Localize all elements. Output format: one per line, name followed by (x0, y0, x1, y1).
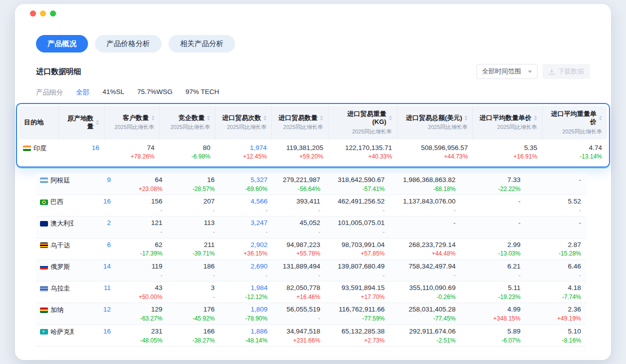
trade-count-link[interactable]: 3,247 (224, 219, 268, 228)
column-header-trade-weight[interactable]: 进口贸易重量(KG)2025同比增长率 (328, 106, 398, 140)
column-header-competitor-count[interactable]: 竞企数量2025同比增长率 (160, 106, 216, 140)
origin-count-link[interactable]: 16 (64, 144, 100, 152)
table-row-russia[interactable]: 俄罗斯14119-186-2,690-131,889,494-139,807,6… (36, 260, 586, 281)
filter-option-wsg[interactable]: 75.7%WSG (138, 88, 173, 97)
tab-product-price-analysis[interactable]: 产品价格分析 (95, 35, 162, 52)
trade-count-link[interactable]: 4,566 (224, 198, 268, 206)
metric-growth: -69.60% (224, 186, 268, 192)
metric-growth: - (224, 272, 268, 279)
table-row-australia[interactable]: 澳大利亚2121-113-3,247-45,052-101,005,075.01… (36, 216, 586, 238)
origin-count-cell: 16 (74, 324, 116, 346)
metric-value: 186 (172, 262, 215, 271)
table-row-brazil[interactable]: 巴西16156-207-4,566-393,411-462,491,256.52… (36, 195, 586, 216)
origin-count-link[interactable]: 16 (78, 328, 111, 336)
metric-growth: - (172, 272, 215, 279)
destination: 澳大利亚 (40, 219, 74, 228)
trade-count-link[interactable]: 1,809 (224, 306, 268, 314)
metric-cell: 2.87-15.28% (526, 238, 586, 260)
metric-growth: -45.92% (172, 315, 215, 322)
minimize-button[interactable] (40, 10, 46, 16)
filter-option-tech[interactable]: 97% TECH (186, 88, 219, 97)
metric-growth: +55.78% (278, 250, 320, 257)
destination-cell: 乌拉圭 (36, 282, 74, 303)
destination: 乌拉圭 (40, 284, 74, 293)
metric-value: 6.21 (466, 262, 520, 271)
column-header-trade-quantity[interactable]: 进口贸易数量2025同比增长率 (272, 106, 328, 140)
table-row-india[interactable]: 印度1674+78.26%80-6.98%1,974+12.45%119,381… (19, 140, 607, 164)
metric-value: 268,233,729.14 (394, 241, 456, 250)
tab-related-product-analysis[interactable]: 相关产品分析 (168, 35, 235, 52)
column-header-trade-count[interactable]: 进口贸易次数2025同比增长率 (216, 106, 272, 140)
filter-option-sl[interactable]: 41%SL (102, 88, 124, 97)
metric-growth: -22.22% (466, 186, 520, 192)
metric-value: 16 (172, 176, 215, 184)
metric-growth: +49.19% (530, 315, 581, 322)
close-button[interactable] (30, 10, 36, 16)
sort-up-icon (389, 116, 392, 118)
table-row-ghana[interactable]: 加纳12129-63.27%176-45.92%1,809-78.90%56,0… (36, 303, 586, 324)
kazakhstan-flag (40, 329, 48, 334)
table-header-row: 目的地原产地数量客户数量2025同比增长率竞企数量2025同比增长率进口贸易次数… (19, 106, 607, 140)
sort-up-icon (599, 116, 602, 118)
download-button[interactable]: 下载数据 (542, 64, 590, 79)
column-header-origin-count[interactable]: 原产地数量 (59, 106, 104, 140)
metric-cell: 4.99+348.15% (460, 303, 526, 324)
metric-cell: 101,005,075.01- (326, 216, 390, 238)
metric-value: 176 (172, 306, 215, 314)
filter-option-all[interactable]: 全部 (76, 88, 90, 97)
origin-count-link[interactable]: 16 (78, 198, 111, 206)
metric-growth: +57.85% (330, 250, 385, 257)
metric-growth: +231.66% (278, 337, 320, 344)
origin-count-link[interactable]: 12 (78, 306, 111, 314)
zoom-button[interactable] (50, 10, 56, 16)
column-header-destination: 目的地 (19, 106, 59, 140)
trade-count-link[interactable]: 1,886 (224, 328, 268, 336)
metric-growth: - (394, 272, 456, 279)
tab-product-overview[interactable]: 产品概况 (36, 35, 88, 52)
trade-count-link[interactable]: 2,902 (224, 241, 268, 250)
metric-value: 508,596,956.57 (402, 144, 468, 152)
time-range-select[interactable]: 全部时间范围 (476, 64, 538, 79)
metric-cell: - (460, 216, 526, 238)
metric-growth: +23.08% (120, 186, 162, 192)
table-row-uganda[interactable]: 乌干达662-17.39%211-39.71%2,902+36.15%94,98… (36, 238, 586, 260)
download-label: 下载数据 (558, 67, 584, 76)
destination-cell: 阿根廷 (36, 174, 74, 195)
metric-growth: - (224, 207, 268, 214)
metric-growth: - (278, 207, 320, 214)
origin-count-link[interactable]: 6 (78, 241, 111, 250)
trade-count-link[interactable]: 5,327 (224, 176, 268, 184)
time-range-value: 全部时间范围 (482, 67, 521, 76)
column-title: 进口贸易重量(KG) (334, 110, 392, 126)
metric-cell: 1,886-48.14% (220, 324, 272, 346)
metric-growth: - (278, 272, 320, 279)
metric-cell: 122,170,135.71+40.33% (328, 140, 398, 164)
metric-value: 3 (172, 284, 215, 292)
metric-growth: +348.15% (466, 315, 520, 322)
uganda-flag (40, 242, 48, 248)
sort-down-icon (96, 123, 99, 125)
table-row-uruguay[interactable]: 乌拉圭1143+50.00%3-1,984-12.12%82,050,778+1… (36, 282, 586, 303)
origin-count-link[interactable]: 9 (78, 176, 111, 184)
metric-value: 2.87 (530, 241, 581, 250)
origin-count-link[interactable]: 14 (78, 262, 111, 271)
metric-cell: 211-39.71% (168, 238, 220, 260)
table-row-kazakhstan[interactable]: 哈萨克斯坦16231-48.05%166-38.27%1,886-48.14%3… (36, 324, 586, 346)
column-header-customer-count[interactable]: 客户数量2025同比增长率 (104, 106, 160, 140)
trade-count-link[interactable]: 1,984 (224, 284, 268, 292)
origin-count-link[interactable]: 2 (78, 219, 111, 228)
metric-growth: -56.64% (278, 186, 320, 192)
destination: 印度 (23, 144, 59, 153)
trade-count-link[interactable]: 2,690 (224, 262, 268, 271)
trade-count-link[interactable]: 1,974 (220, 144, 267, 152)
column-header-avg-quantity-price[interactable]: 进口平均数量单价2025同比增长率 (473, 106, 542, 140)
metric-cell: 119,381,205+59.20% (272, 140, 328, 164)
metric-cell: 80-6.98% (160, 140, 216, 164)
summary-table: 目的地原产地数量客户数量2025同比增长率竞企数量2025同比增长率进口贸易次数… (19, 106, 607, 164)
column-header-trade-amount[interactable]: 进口贸易总额(美元)2025同比增长率 (397, 106, 473, 140)
column-header-avg-weight-price[interactable]: 进口平均重量单价2025同比增长率 (542, 106, 607, 140)
origin-count-link[interactable]: 11 (78, 284, 111, 292)
metric-cell: 166-38.27% (168, 324, 220, 346)
table-row-argentina[interactable]: 阿根廷964+23.08%16-28.57%5,327-69.60%279,22… (36, 174, 586, 195)
metric-growth: - (172, 207, 215, 214)
